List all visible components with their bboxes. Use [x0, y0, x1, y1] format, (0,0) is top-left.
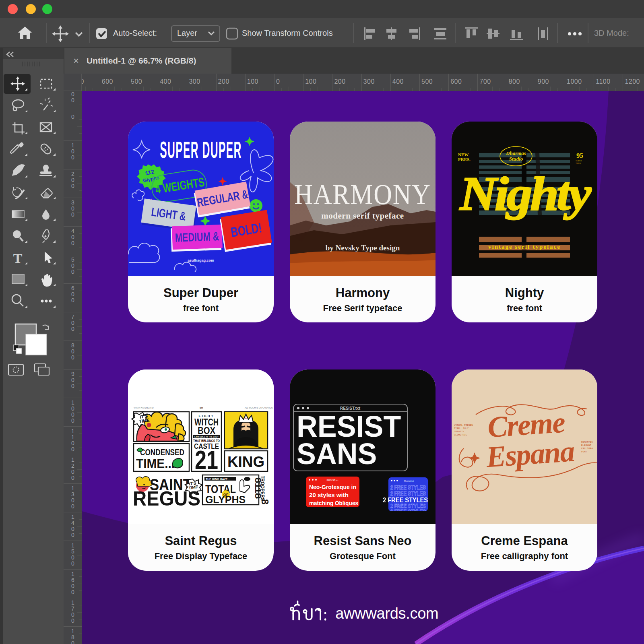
svg-text:GLYPHS: GLYPHS: [205, 493, 246, 506]
svg-text:RESIST.txt: RESIST.txt: [326, 479, 338, 481]
svg-text:2 FREE STYLES: 2 FREE STYLES: [390, 490, 426, 497]
svg-text:vintage serif typeface: vintage serif typeface: [488, 244, 561, 250]
svg-text:20 styles with: 20 styles with: [309, 491, 349, 498]
svg-text:EXPLODED AT THE GREY: EXPLODED AT THE GREY: [194, 436, 219, 438]
svg-text:Resist.txt: Resist.txt: [404, 480, 414, 482]
svg-text:95: 95: [576, 152, 583, 159]
svg-text:Neo-Grotesque in: Neo-Grotesque in: [309, 483, 356, 490]
svg-text:BOX: BOX: [198, 425, 216, 436]
svg-text:VIVIAN HARDBOARD: VIVIAN HARDBOARD: [134, 407, 154, 409]
svg-text:SUPER: SUPER: [576, 160, 582, 162]
svg-text:TROOPERS: TROOPERS: [260, 476, 265, 501]
svg-text:2 FREE STYLES: 2 FREE STYLES: [390, 508, 426, 515]
svg-text:REGUS: REGUS: [133, 487, 200, 510]
svg-text:THE KING HAVE...: THE KING HAVE...: [206, 478, 230, 481]
svg-text:TIME...: TIME...: [136, 456, 175, 471]
svg-text:T: T: [13, 251, 23, 266]
svg-text:PRES.: PRES.: [458, 157, 471, 162]
svg-text:2 FREE STYLES: 2 FREE STYLES: [390, 484, 426, 491]
svg-text:KING: KING: [227, 454, 264, 470]
svg-text:matching Obliques: matching Obliques: [309, 500, 358, 506]
svg-text:ALL WEIGHTS EXPLANATION: ALL WEIGHTS EXPLANATION: [245, 407, 273, 409]
svg-text:NEW: NEW: [458, 152, 469, 157]
svg-text:TERM: TERM: [576, 162, 581, 164]
svg-text:21: 21: [195, 446, 218, 475]
svg-text:Studio: Studio: [509, 156, 523, 162]
svg-text:2 FREE STYLES: 2 FREE STYLES: [383, 496, 428, 504]
svg-text:8: 8: [260, 499, 270, 504]
svg-text:Dharmas: Dharmas: [506, 150, 526, 156]
svg-text:SR: SR: [200, 407, 203, 409]
